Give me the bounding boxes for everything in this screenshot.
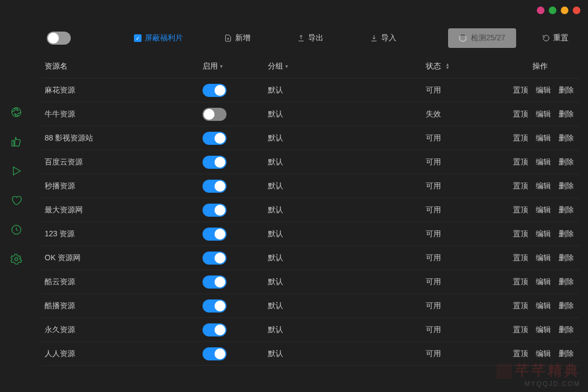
- cell-actions: 置顶编辑删除: [513, 205, 576, 215]
- enable-toggle[interactable]: [203, 108, 226, 121]
- table-row: 最大资源网默认可用置顶编辑删除: [41, 198, 579, 222]
- cell-status: 可用: [426, 157, 513, 167]
- table-row: 麻花资源默认可用置顶编辑删除: [41, 78, 579, 102]
- cell-name: 永久资源: [45, 325, 203, 335]
- maximize-button[interactable]: [561, 7, 568, 14]
- enable-toggle[interactable]: [203, 299, 226, 313]
- action-delete[interactable]: 删除: [559, 349, 574, 359]
- enable-toggle[interactable]: [203, 228, 226, 241]
- enable-toggle[interactable]: [203, 132, 226, 145]
- close-button[interactable]: [573, 7, 580, 14]
- action-top[interactable]: 置顶: [513, 205, 528, 215]
- add-button[interactable]: 新增: [219, 33, 256, 43]
- col-group[interactable]: 分组▾: [268, 62, 426, 71]
- cell-name: 123 资源: [45, 229, 203, 239]
- main-panel: ✓ 屏蔽福利片 新增 导出 导入 检测25/27 重置 资源名: [33, 0, 588, 392]
- enable-toggle[interactable]: [203, 323, 226, 336]
- heart-icon[interactable]: [10, 194, 22, 206]
- minimize-button[interactable]: [549, 7, 556, 14]
- col-enable[interactable]: 启用▾: [203, 62, 268, 71]
- action-top[interactable]: 置顶: [513, 181, 528, 191]
- cell-group: 默认: [268, 325, 426, 335]
- action-delete[interactable]: 删除: [559, 133, 574, 143]
- action-top[interactable]: 置顶: [513, 325, 528, 335]
- export-button[interactable]: 导出: [292, 33, 329, 43]
- action-delete[interactable]: 删除: [559, 109, 574, 119]
- reset-button[interactable]: 重置: [542, 33, 568, 43]
- cell-name: 麻花资源: [45, 85, 203, 95]
- cell-name: 牛牛资源: [45, 109, 203, 119]
- action-edit[interactable]: 编辑: [536, 277, 551, 287]
- action-top[interactable]: 置顶: [513, 85, 528, 95]
- action-edit[interactable]: 编辑: [536, 325, 551, 335]
- table-row: 秒播资源默认可用置顶编辑删除: [41, 174, 579, 198]
- col-name[interactable]: 资源名: [45, 62, 203, 71]
- table-row: 123 资源默认可用置顶编辑删除: [41, 222, 579, 246]
- import-button[interactable]: 导入: [365, 33, 402, 43]
- play-icon[interactable]: [10, 165, 22, 177]
- source-table: 资源名 启用▾ 分组▾ 状态▲▼ 操作 麻花资源默认可用置顶编辑删除牛牛资源默认…: [41, 54, 579, 366]
- cell-status: 可用: [426, 229, 513, 239]
- cell-name: OK 资源网: [45, 253, 203, 263]
- action-top[interactable]: 置顶: [513, 301, 528, 311]
- action-top[interactable]: 置顶: [513, 133, 528, 143]
- action-top[interactable]: 置顶: [513, 157, 528, 167]
- table-row: 牛牛资源默认失效置顶编辑删除: [41, 102, 579, 126]
- cell-name: 酷播资源: [45, 301, 203, 311]
- action-top[interactable]: 置顶: [513, 229, 528, 239]
- action-edit[interactable]: 编辑: [536, 253, 551, 263]
- action-delete[interactable]: 删除: [559, 325, 574, 335]
- action-delete[interactable]: 删除: [559, 205, 574, 215]
- settings-icon[interactable]: [10, 253, 22, 265]
- action-delete[interactable]: 删除: [559, 277, 574, 287]
- master-toggle[interactable]: [47, 32, 71, 45]
- action-edit[interactable]: 编辑: [536, 181, 551, 191]
- pin-button[interactable]: [537, 7, 544, 14]
- action-top[interactable]: 置顶: [513, 277, 528, 287]
- action-delete[interactable]: 删除: [559, 229, 574, 239]
- loading-spinner-icon: [459, 34, 467, 42]
- action-top[interactable]: 置顶: [513, 109, 528, 119]
- enable-toggle[interactable]: [203, 275, 226, 289]
- enable-toggle[interactable]: [203, 180, 226, 193]
- enable-toggle[interactable]: [203, 252, 226, 265]
- table-row: 酷播资源默认可用置顶编辑删除: [41, 294, 579, 318]
- action-delete[interactable]: 删除: [559, 181, 574, 191]
- action-delete[interactable]: 删除: [559, 301, 574, 311]
- action-edit[interactable]: 编辑: [536, 301, 551, 311]
- aperture-icon[interactable]: [10, 106, 22, 118]
- action-delete[interactable]: 删除: [559, 85, 574, 95]
- filter-checkbox[interactable]: ✓ 屏蔽福利片: [134, 33, 183, 43]
- import-icon: [370, 34, 378, 42]
- action-delete[interactable]: 删除: [559, 253, 574, 263]
- enable-toggle[interactable]: [203, 84, 226, 97]
- action-edit[interactable]: 编辑: [536, 85, 551, 95]
- cell-actions: 置顶编辑删除: [513, 277, 576, 287]
- action-top[interactable]: 置顶: [513, 349, 528, 359]
- action-edit[interactable]: 编辑: [536, 133, 551, 143]
- table-row: 88 影视资源站默认可用置顶编辑删除: [41, 126, 579, 150]
- action-edit[interactable]: 编辑: [536, 109, 551, 119]
- action-top[interactable]: 置顶: [513, 253, 528, 263]
- col-status[interactable]: 状态▲▼: [426, 62, 513, 71]
- thumbs-up-icon[interactable]: [10, 136, 22, 148]
- file-plus-icon: [224, 34, 232, 42]
- action-edit[interactable]: 编辑: [536, 229, 551, 239]
- action-edit[interactable]: 编辑: [536, 349, 551, 359]
- col-ops: 操作: [513, 62, 576, 71]
- enable-toggle[interactable]: [203, 347, 226, 360]
- action-delete[interactable]: 删除: [559, 157, 574, 167]
- toolbar: ✓ 屏蔽福利片 新增 导出 导入 检测25/27 重置: [41, 27, 579, 49]
- enable-toggle[interactable]: [203, 204, 226, 217]
- enable-toggle[interactable]: [203, 156, 226, 169]
- table-row: OK 资源网默认可用置顶编辑删除: [41, 246, 579, 270]
- cell-status: 可用: [426, 325, 513, 335]
- action-edit[interactable]: 编辑: [536, 157, 551, 167]
- action-edit[interactable]: 编辑: [536, 205, 551, 215]
- window-controls: [537, 7, 580, 14]
- cell-actions: 置顶编辑删除: [513, 253, 576, 263]
- sidebar: [0, 0, 33, 392]
- detect-button[interactable]: 检测25/27: [448, 28, 516, 48]
- clock-icon[interactable]: [10, 224, 22, 236]
- table-row: 人人资源默认可用置顶编辑删除: [41, 342, 579, 366]
